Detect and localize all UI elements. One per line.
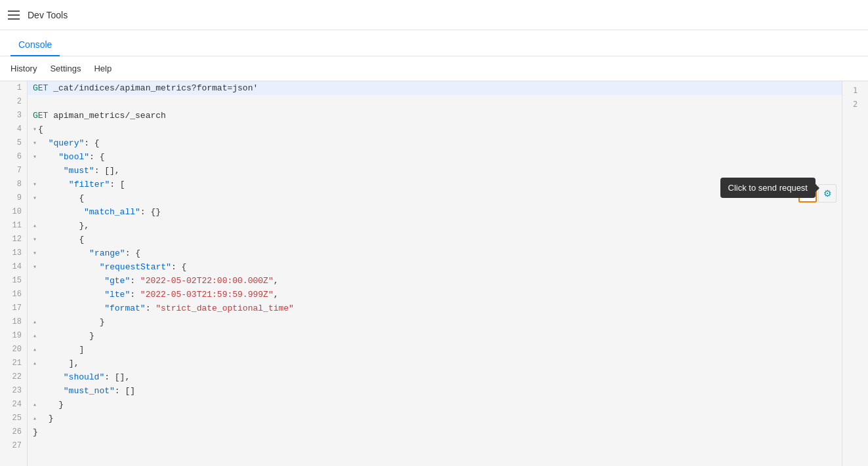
code-line-10: "match_all" : {} — [28, 205, 842, 219]
collapse-5[interactable]: ▾ — [33, 136, 37, 150]
line-num-19: 19 — [5, 329, 22, 343]
line-num-3: 3 — [5, 109, 22, 123]
line-num-14: 14 — [5, 260, 22, 274]
code-line-13: ▾ "range" : { — [28, 246, 842, 260]
token-url-1: _cat/indices/apiman_metrics?format=json' — [48, 81, 258, 95]
toolbar: History Settings Help — [0, 56, 868, 81]
hamburger-menu-icon[interactable] — [8, 10, 20, 20]
line-num-24: 24 — [5, 398, 22, 412]
collapse-21[interactable]: ▴ — [33, 357, 37, 370]
code-line-20: ▴ ] — [28, 343, 842, 357]
line-num-5: 5 — [5, 136, 22, 150]
tab-bar: Console — [0, 30, 868, 56]
code-editor[interactable]: 1 2 3 4 5 6 7 8 9 10 11 12 13 14 15 16 1… — [0, 81, 842, 466]
code-line-15: "gte" : "2022-05-02T22:00:00.000Z" , — [28, 274, 842, 288]
collapse-4[interactable]: ▾ — [33, 123, 37, 136]
collapse-20[interactable]: ▴ — [33, 343, 37, 357]
code-line-27 — [28, 439, 842, 453]
code-line-26: } — [28, 425, 842, 439]
collapse-14[interactable]: ▾ — [33, 260, 37, 274]
token-get-1: GET — [33, 81, 48, 95]
code-line-7: "must" : [], — [28, 164, 842, 178]
line-num-17: 17 — [5, 301, 22, 315]
line-num-22: 22 — [5, 370, 22, 384]
code-line-9: ▾ { — [28, 191, 842, 205]
code-line-23: "must_not" : [] — [28, 384, 842, 398]
collapse-24[interactable]: ▴ — [33, 398, 37, 412]
code-line-24: ▴ } — [28, 398, 842, 412]
wrench-icon: ⚙ — [823, 188, 832, 199]
line-num-27: 27 — [5, 439, 22, 453]
code-line-19: ▴ } — [28, 329, 842, 343]
line-num-7: 7 — [5, 164, 22, 178]
token-url-3: apiman_metrics/_search — [48, 109, 165, 123]
app-title: Dev Tools — [28, 10, 68, 20]
token-get-3: GET — [33, 109, 48, 123]
collapse-25[interactable]: ▴ — [33, 412, 37, 425]
line-num-25: 25 — [5, 412, 22, 425]
code-line-8: ▾ "filter" : [ — [28, 178, 842, 191]
collapse-12[interactable]: ▾ — [33, 233, 37, 246]
code-content[interactable]: GET _cat/indices/apiman_metrics?format=j… — [28, 81, 842, 466]
code-line-1: GET _cat/indices/apiman_metrics?format=j… — [28, 81, 842, 95]
line-num-6: 6 — [5, 150, 22, 164]
code-line-2 — [28, 95, 842, 109]
line-num-1: 1 — [5, 81, 22, 95]
line-num-15: 15 — [5, 274, 22, 288]
code-line-3: GET apiman_metrics/_search — [28, 109, 842, 123]
code-line-25: ▴ } — [28, 412, 842, 425]
collapse-9[interactable]: ▾ — [33, 191, 37, 205]
line-num-16: 16 — [5, 288, 22, 301]
toolbar-history[interactable]: History — [10, 64, 37, 73]
title-bar: Dev Tools — [0, 0, 868, 30]
code-line-17: "format" : "strict_date_optional_time" — [28, 301, 842, 315]
collapse-13[interactable]: ▾ — [33, 246, 37, 260]
editor-panel: Click to send request ⚙ 1 2 3 4 5 6 7 8 … — [0, 81, 842, 466]
code-line-18: ▴ } — [28, 315, 842, 329]
main-area: Click to send request ⚙ 1 2 3 4 5 6 7 8 … — [0, 81, 868, 466]
line-num-10: 10 — [5, 205, 22, 219]
tab-console[interactable]: Console — [10, 34, 60, 56]
code-line-22: "should" : [], — [28, 370, 842, 384]
send-request-tooltip: Click to send request — [720, 178, 816, 198]
code-line-16: "lte" : "2022-05-03T21:59:59.999Z" , — [28, 288, 842, 301]
line-num-4: 4 — [5, 123, 22, 136]
code-line-6: ▾ "bool" : { — [28, 150, 842, 164]
toolbar-settings[interactable]: Settings — [50, 64, 81, 73]
request-settings-button[interactable]: ⚙ — [818, 184, 837, 203]
line-num-20: 20 — [5, 343, 22, 357]
line-num-12: 12 — [5, 233, 22, 246]
code-line-14: ▾ "requestStart" : { — [28, 260, 842, 274]
line-num-23: 23 — [5, 384, 22, 398]
collapse-8[interactable]: ▾ — [33, 178, 37, 191]
line-num-2: 2 — [5, 95, 22, 109]
collapse-11[interactable]: ▴ — [33, 219, 37, 233]
line-num-13: 13 — [5, 246, 22, 260]
line-num-11: 11 — [5, 219, 22, 233]
toolbar-help[interactable]: Help — [94, 64, 112, 73]
line-num-26: 26 — [5, 425, 22, 439]
collapse-19[interactable]: ▴ — [33, 329, 37, 343]
line-numbers: 1 2 3 4 5 6 7 8 9 10 11 12 13 14 15 16 1… — [0, 81, 28, 466]
right-line-2: 2 — [853, 98, 858, 111]
code-line-11: ▴ }, — [28, 219, 842, 233]
line-num-21: 21 — [5, 357, 22, 370]
code-line-4: ▾ { — [28, 123, 842, 136]
collapse-18[interactable]: ▴ — [33, 315, 37, 329]
collapse-6[interactable]: ▾ — [33, 150, 37, 164]
code-line-12: ▾ { — [28, 233, 842, 246]
right-line-1: 1 — [853, 84, 858, 98]
code-line-21: ▴ ], — [28, 357, 842, 370]
line-num-18: 18 — [5, 315, 22, 329]
line-num-9: 9 — [5, 191, 22, 205]
right-panel: 1 2 — [842, 81, 868, 466]
code-line-5: ▾ "query" : { — [28, 136, 842, 150]
line-num-8: 8 — [5, 178, 22, 191]
